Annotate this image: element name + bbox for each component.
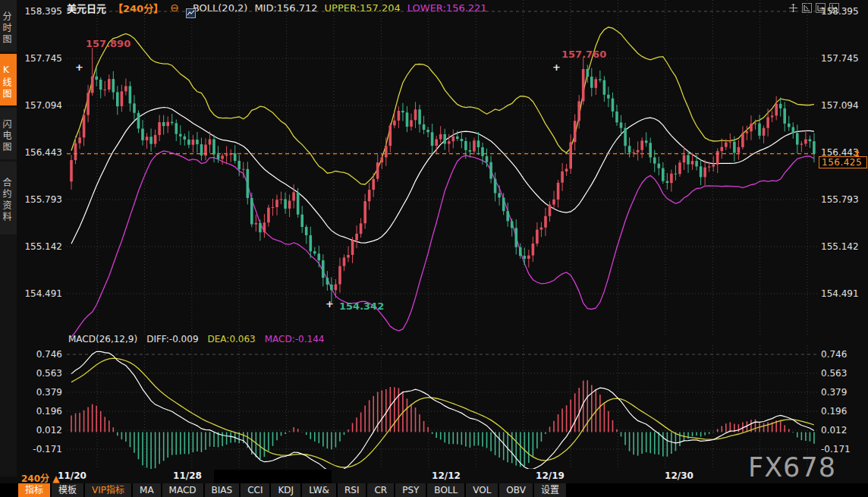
axis-tick: 0.563 (18, 367, 62, 379)
date-label: 12/19 (536, 470, 565, 481)
axis-tick: 155.142 (821, 241, 865, 253)
axis-tick: 0.379 (821, 386, 865, 398)
current-price-badge: 156.425 (819, 156, 867, 168)
indicator-tab-VIP指标[interactable]: VIP指标 (85, 483, 131, 497)
macd-dea-value: DEA:0.063 (208, 334, 256, 344)
date-label: 11/28 (173, 470, 202, 481)
axis-tick: 0.563 (821, 367, 865, 379)
date-label: 12/30 (665, 470, 693, 481)
scroll-latest-icon[interactable]: ▲▲ (855, 149, 859, 157)
axis-tick: 157.745 (821, 52, 865, 64)
indicator-tab-OBV[interactable]: OBV (499, 483, 533, 497)
price-annotation: 157.890 (86, 38, 131, 49)
chart-type-sidebar: 分时图K线图闪电图合约资料 (0, 0, 17, 477)
crosshair-mark: + (552, 61, 561, 73)
indicator-tab-PSY[interactable]: PSY (395, 483, 426, 497)
axis-tick: 156.443 (18, 146, 62, 159)
candlestick-chart[interactable] (67, 0, 818, 337)
indicator-tab-LW&[interactable]: LW& (302, 483, 336, 497)
sidebar-item-tab[interactable]: 合约资料 (0, 162, 17, 234)
axis-tick: 155.793 (821, 193, 865, 206)
date-label: 12/12 (432, 470, 461, 481)
redacted-box (214, 470, 332, 483)
indicator-tab-指标[interactable]: 指标 (18, 483, 50, 497)
macd-macd-value: MACD:-0.144 (265, 334, 325, 344)
watermark: FX678 (748, 452, 836, 483)
indicator-toolbar: 指标模板VIP指标MAMACDBIASCCIKDJLW&RSICRPSYBOLL… (0, 483, 868, 497)
indicator-tab-CCI[interactable]: CCI (241, 483, 269, 497)
macd-indicator-chart[interactable] (67, 345, 818, 469)
sidebar-item-active[interactable]: K线图 (0, 54, 17, 105)
indicator-tab-CR[interactable]: CR (367, 483, 394, 497)
axis-tick: 0.196 (18, 405, 62, 417)
indicator-tab-RSI[interactable]: RSI (338, 483, 366, 497)
macd-title: MACD(26,12,9) (68, 334, 137, 344)
axis-tick: 157.094 (821, 99, 865, 112)
axis-tick: 0.746 (18, 348, 62, 360)
indicator-tab-VOL[interactable]: VOL (466, 483, 498, 497)
axis-tick: 0.012 (18, 424, 62, 436)
price-annotation: 157.760 (561, 49, 606, 60)
axis-tick: 155.142 (18, 241, 62, 253)
axis-tick: 158.395 (821, 5, 865, 17)
crosshair-mark: + (75, 61, 83, 73)
crosshair-mark: + (326, 298, 334, 310)
axis-tick: -0.171 (18, 443, 62, 455)
indicator-tab-KDJ[interactable]: KDJ (271, 483, 300, 497)
price-annotation: 154.342 (339, 300, 384, 312)
axis-tick: 157.745 (18, 52, 62, 64)
indicator-tab-设置[interactable]: 设置 (534, 483, 566, 497)
axis-tick: 0.196 (821, 405, 865, 417)
indicator-tab-BIAS[interactable]: BIAS (205, 483, 240, 497)
axis-tick: 154.491 (18, 288, 62, 300)
axis-tick: 154.491 (821, 288, 865, 300)
indicator-tab-MA[interactable]: MA (133, 483, 161, 497)
macd-legend: MACD(26,12,9) DIFF:-0.009 DEA:0.063 MACD… (68, 334, 324, 344)
timeframe-label[interactable]: 240分 ▲ (21, 471, 59, 484)
axis-tick: 155.793 (18, 193, 62, 206)
macd-diff-value: DIFF:-0.009 (146, 334, 198, 344)
sidebar-item-tab[interactable]: 分时图 (0, 0, 17, 52)
axis-tick: 157.094 (18, 99, 62, 112)
indicator-tab-BOLL[interactable]: BOLL (427, 483, 464, 497)
date-label: 11/20 (58, 470, 86, 481)
axis-tick: 158.395 (18, 5, 62, 17)
axis-tick: 0.746 (821, 348, 865, 360)
indicator-tab-模板[interactable]: 模板 (52, 483, 83, 497)
axis-tick: 0.012 (821, 424, 865, 436)
indicator-tab-MACD[interactable]: MACD (162, 483, 203, 497)
axis-tick: 0.379 (18, 386, 62, 398)
sidebar-item-tab[interactable]: 闪电图 (0, 108, 17, 159)
